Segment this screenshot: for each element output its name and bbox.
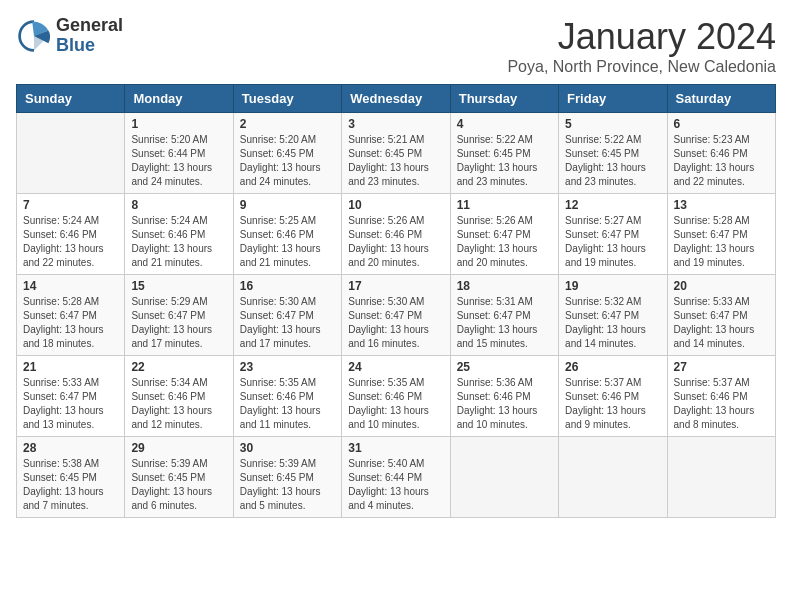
day-number: 19 [565,279,660,293]
day-number: 9 [240,198,335,212]
day-number: 18 [457,279,552,293]
calendar-cell: 28 Sunrise: 5:38 AMSunset: 6:45 PMDaylig… [17,437,125,518]
calendar-cell: 22 Sunrise: 5:34 AMSunset: 6:46 PMDaylig… [125,356,233,437]
day-info: Sunrise: 5:22 AMSunset: 6:45 PMDaylight:… [457,133,552,189]
calendar-cell: 18 Sunrise: 5:31 AMSunset: 6:47 PMDaylig… [450,275,558,356]
header-monday: Monday [125,85,233,113]
day-info: Sunrise: 5:39 AMSunset: 6:45 PMDaylight:… [131,457,226,513]
calendar-cell: 25 Sunrise: 5:36 AMSunset: 6:46 PMDaylig… [450,356,558,437]
day-number: 4 [457,117,552,131]
day-info: Sunrise: 5:30 AMSunset: 6:47 PMDaylight:… [240,295,335,351]
day-info: Sunrise: 5:32 AMSunset: 6:47 PMDaylight:… [565,295,660,351]
day-info: Sunrise: 5:26 AMSunset: 6:46 PMDaylight:… [348,214,443,270]
day-info: Sunrise: 5:24 AMSunset: 6:46 PMDaylight:… [23,214,118,270]
day-number: 13 [674,198,769,212]
calendar-cell: 6 Sunrise: 5:23 AMSunset: 6:46 PMDayligh… [667,113,775,194]
day-info: Sunrise: 5:36 AMSunset: 6:46 PMDaylight:… [457,376,552,432]
day-info: Sunrise: 5:40 AMSunset: 6:44 PMDaylight:… [348,457,443,513]
day-info: Sunrise: 5:30 AMSunset: 6:47 PMDaylight:… [348,295,443,351]
day-number: 14 [23,279,118,293]
calendar-cell: 26 Sunrise: 5:37 AMSunset: 6:46 PMDaylig… [559,356,667,437]
day-info: Sunrise: 5:39 AMSunset: 6:45 PMDaylight:… [240,457,335,513]
day-info: Sunrise: 5:33 AMSunset: 6:47 PMDaylight:… [674,295,769,351]
calendar-cell: 29 Sunrise: 5:39 AMSunset: 6:45 PMDaylig… [125,437,233,518]
calendar-cell: 7 Sunrise: 5:24 AMSunset: 6:46 PMDayligh… [17,194,125,275]
day-info: Sunrise: 5:35 AMSunset: 6:46 PMDaylight:… [348,376,443,432]
day-number: 27 [674,360,769,374]
calendar-cell: 8 Sunrise: 5:24 AMSunset: 6:46 PMDayligh… [125,194,233,275]
calendar-cell: 24 Sunrise: 5:35 AMSunset: 6:46 PMDaylig… [342,356,450,437]
day-info: Sunrise: 5:37 AMSunset: 6:46 PMDaylight:… [565,376,660,432]
day-number: 17 [348,279,443,293]
calendar-cell: 20 Sunrise: 5:33 AMSunset: 6:47 PMDaylig… [667,275,775,356]
calendar-cell: 10 Sunrise: 5:26 AMSunset: 6:46 PMDaylig… [342,194,450,275]
calendar-week-1: 1 Sunrise: 5:20 AMSunset: 6:44 PMDayligh… [17,113,776,194]
day-info: Sunrise: 5:29 AMSunset: 6:47 PMDaylight:… [131,295,226,351]
header-friday: Friday [559,85,667,113]
day-number: 15 [131,279,226,293]
day-number: 16 [240,279,335,293]
day-info: Sunrise: 5:27 AMSunset: 6:47 PMDaylight:… [565,214,660,270]
calendar-week-4: 21 Sunrise: 5:33 AMSunset: 6:47 PMDaylig… [17,356,776,437]
day-number: 8 [131,198,226,212]
calendar-header-row: SundayMondayTuesdayWednesdayThursdayFrid… [17,85,776,113]
calendar-cell [559,437,667,518]
calendar-cell [17,113,125,194]
calendar-week-3: 14 Sunrise: 5:28 AMSunset: 6:47 PMDaylig… [17,275,776,356]
day-number: 20 [674,279,769,293]
day-info: Sunrise: 5:23 AMSunset: 6:46 PMDaylight:… [674,133,769,189]
location-title: Poya, North Province, New Caledonia [507,58,776,76]
day-number: 23 [240,360,335,374]
calendar-cell: 14 Sunrise: 5:28 AMSunset: 6:47 PMDaylig… [17,275,125,356]
day-info: Sunrise: 5:28 AMSunset: 6:47 PMDaylight:… [23,295,118,351]
calendar-cell: 9 Sunrise: 5:25 AMSunset: 6:46 PMDayligh… [233,194,341,275]
calendar-cell: 11 Sunrise: 5:26 AMSunset: 6:47 PMDaylig… [450,194,558,275]
day-number: 5 [565,117,660,131]
day-info: Sunrise: 5:35 AMSunset: 6:46 PMDaylight:… [240,376,335,432]
calendar-cell: 5 Sunrise: 5:22 AMSunset: 6:45 PMDayligh… [559,113,667,194]
day-number: 12 [565,198,660,212]
calendar-cell: 16 Sunrise: 5:30 AMSunset: 6:47 PMDaylig… [233,275,341,356]
calendar-cell [667,437,775,518]
calendar-cell: 3 Sunrise: 5:21 AMSunset: 6:45 PMDayligh… [342,113,450,194]
logo-general-text: General [56,16,123,36]
calendar-cell: 15 Sunrise: 5:29 AMSunset: 6:47 PMDaylig… [125,275,233,356]
calendar-cell: 23 Sunrise: 5:35 AMSunset: 6:46 PMDaylig… [233,356,341,437]
header-tuesday: Tuesday [233,85,341,113]
calendar-cell: 30 Sunrise: 5:39 AMSunset: 6:45 PMDaylig… [233,437,341,518]
calendar-cell: 13 Sunrise: 5:28 AMSunset: 6:47 PMDaylig… [667,194,775,275]
day-info: Sunrise: 5:20 AMSunset: 6:45 PMDaylight:… [240,133,335,189]
day-number: 28 [23,441,118,455]
day-info: Sunrise: 5:21 AMSunset: 6:45 PMDaylight:… [348,133,443,189]
header-wednesday: Wednesday [342,85,450,113]
calendar-week-2: 7 Sunrise: 5:24 AMSunset: 6:46 PMDayligh… [17,194,776,275]
month-title: January 2024 [507,16,776,58]
day-number: 31 [348,441,443,455]
logo-text: General Blue [56,16,123,56]
calendar-week-5: 28 Sunrise: 5:38 AMSunset: 6:45 PMDaylig… [17,437,776,518]
calendar-cell: 19 Sunrise: 5:32 AMSunset: 6:47 PMDaylig… [559,275,667,356]
day-info: Sunrise: 5:31 AMSunset: 6:47 PMDaylight:… [457,295,552,351]
calendar-table: SundayMondayTuesdayWednesdayThursdayFrid… [16,84,776,518]
day-number: 3 [348,117,443,131]
header-saturday: Saturday [667,85,775,113]
logo-blue-text: Blue [56,36,123,56]
logo: General Blue [16,16,123,56]
day-number: 26 [565,360,660,374]
day-number: 29 [131,441,226,455]
calendar-cell: 21 Sunrise: 5:33 AMSunset: 6:47 PMDaylig… [17,356,125,437]
day-info: Sunrise: 5:37 AMSunset: 6:46 PMDaylight:… [674,376,769,432]
calendar-cell: 17 Sunrise: 5:30 AMSunset: 6:47 PMDaylig… [342,275,450,356]
header: General Blue January 2024 Poya, North Pr… [16,16,776,76]
day-number: 2 [240,117,335,131]
calendar-cell: 2 Sunrise: 5:20 AMSunset: 6:45 PMDayligh… [233,113,341,194]
header-sunday: Sunday [17,85,125,113]
logo-icon [16,18,52,54]
day-number: 11 [457,198,552,212]
calendar-cell: 27 Sunrise: 5:37 AMSunset: 6:46 PMDaylig… [667,356,775,437]
day-number: 21 [23,360,118,374]
calendar-cell: 12 Sunrise: 5:27 AMSunset: 6:47 PMDaylig… [559,194,667,275]
day-info: Sunrise: 5:20 AMSunset: 6:44 PMDaylight:… [131,133,226,189]
day-number: 24 [348,360,443,374]
day-info: Sunrise: 5:34 AMSunset: 6:46 PMDaylight:… [131,376,226,432]
